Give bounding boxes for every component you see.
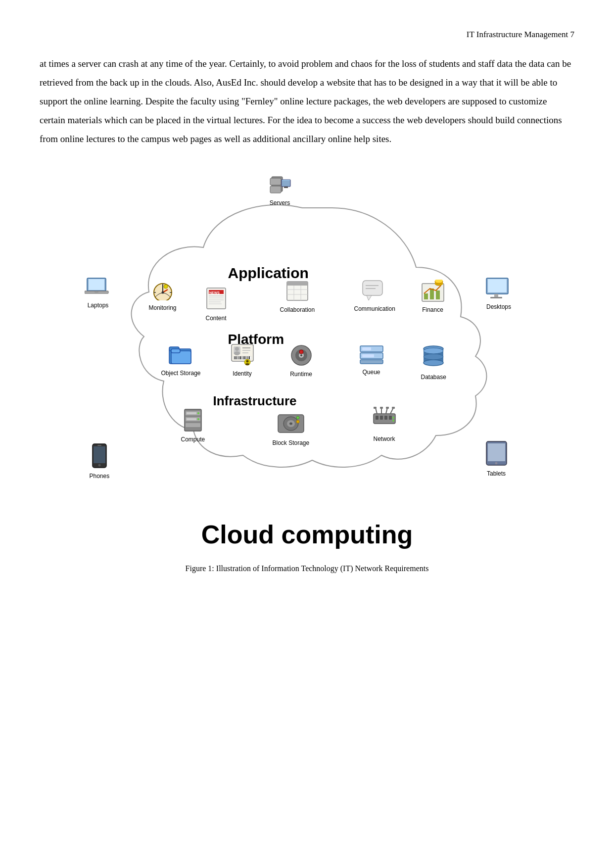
monitoring-label: Monitoring <box>149 304 177 311</box>
svg-rect-13 <box>494 294 498 297</box>
network-label: Network <box>373 435 395 442</box>
laptops-item: Laptops <box>85 277 112 309</box>
content-label: Content <box>206 315 227 322</box>
svg-rect-59 <box>171 349 180 353</box>
identity-label: Identity <box>233 370 252 377</box>
runtime-icon <box>290 344 313 370</box>
identity-item: Identity <box>231 341 254 377</box>
collaboration-label: Collaboration <box>280 306 315 313</box>
svg-rect-18 <box>97 445 101 446</box>
cloud-computing-label: Cloud computing <box>201 520 413 549</box>
network-icon <box>372 406 397 434</box>
svg-rect-91 <box>362 354 374 357</box>
svg-rect-113 <box>380 416 383 420</box>
servers-icon <box>268 176 292 198</box>
figure-caption: Figure 1: Illustration of Information Te… <box>40 564 574 573</box>
compute-item: Compute <box>181 408 205 443</box>
phones-label: Phones <box>90 473 110 480</box>
svg-point-102 <box>197 418 199 420</box>
svg-rect-89 <box>360 360 383 364</box>
desktops-item: Desktops <box>485 277 513 310</box>
svg-point-81 <box>245 363 249 365</box>
body-text: at times a server can crash at any time … <box>40 54 574 148</box>
svg-rect-51 <box>436 290 440 299</box>
svg-rect-112 <box>376 416 378 420</box>
svg-point-101 <box>197 412 199 414</box>
svg-rect-16 <box>94 446 105 463</box>
block-storage-label: Block Storage <box>273 439 310 446</box>
content-item: NEWS Content <box>206 287 227 322</box>
object-storage-icon <box>168 344 194 369</box>
compute-label: Compute <box>181 436 205 443</box>
svg-rect-100 <box>186 423 200 427</box>
runtime-label: Runtime <box>290 371 312 378</box>
body-paragraph: at times a server can crash at any time … <box>40 58 571 144</box>
block-storage-icon <box>277 411 305 438</box>
svg-point-110 <box>296 420 299 423</box>
object-storage-label: Object Storage <box>161 370 201 377</box>
diagram-wrapper: Application Platform Infrastructure <box>40 168 574 549</box>
object-storage-item: Object Storage <box>161 344 201 377</box>
content-icon: NEWS <box>206 287 227 313</box>
svg-point-108 <box>289 423 292 425</box>
svg-point-29 <box>164 285 168 289</box>
svg-rect-90 <box>362 347 371 350</box>
phones-item: Phones <box>90 443 110 480</box>
svg-rect-8 <box>89 279 104 290</box>
svg-point-17 <box>98 464 100 467</box>
application-label: Application <box>228 265 309 282</box>
block-storage-item: Block Storage <box>273 411 310 446</box>
svg-rect-2 <box>270 178 281 185</box>
svg-rect-120 <box>374 407 377 409</box>
svg-rect-3 <box>270 186 281 193</box>
database-icon <box>422 344 445 373</box>
infrastructure-label: Infrastructure <box>213 393 297 409</box>
database-item: Database <box>421 344 446 381</box>
database-label: Database <box>421 374 446 381</box>
svg-point-95 <box>424 354 443 360</box>
svg-point-25 <box>161 291 164 294</box>
network-item: Network <box>372 406 397 442</box>
page-header: IT Infrastructure Management 7 <box>40 30 574 40</box>
svg-rect-122 <box>386 407 389 409</box>
svg-point-96 <box>424 348 443 354</box>
compute-icon <box>182 408 204 435</box>
svg-rect-4 <box>282 180 290 187</box>
svg-rect-49 <box>424 293 428 299</box>
communication-icon <box>362 280 387 304</box>
svg-point-80 <box>246 360 248 363</box>
desktops-label: Desktops <box>486 303 511 310</box>
runtime-item: Runtime <box>290 344 313 378</box>
svg-point-86 <box>299 350 303 354</box>
tablets-icon <box>485 440 508 469</box>
svg-text:NEWS: NEWS <box>209 291 220 294</box>
svg-rect-103 <box>187 412 196 414</box>
svg-rect-114 <box>384 416 387 420</box>
finance-label: Finance <box>422 306 443 313</box>
header-text: IT Infrastructure Management 7 <box>467 30 574 39</box>
svg-point-63 <box>234 351 240 355</box>
svg-rect-121 <box>380 407 383 409</box>
svg-rect-14 <box>490 297 502 298</box>
svg-point-125 <box>392 420 394 422</box>
monitoring-icon <box>151 280 175 303</box>
collaboration-item: Collaboration <box>280 280 315 313</box>
svg-point-10 <box>94 291 98 293</box>
laptops-label: Laptops <box>88 302 109 309</box>
servers-item: Servers <box>268 176 292 206</box>
svg-point-85 <box>300 354 302 356</box>
svg-rect-123 <box>392 407 395 409</box>
laptops-icon <box>85 277 112 301</box>
monitoring-item: Monitoring <box>149 280 177 311</box>
servers-label: Servers <box>270 199 290 206</box>
queue-icon <box>359 344 384 368</box>
svg-point-124 <box>392 417 394 419</box>
svg-point-21 <box>495 462 497 465</box>
svg-rect-20 <box>488 443 505 461</box>
tablets-label: Tablets <box>487 470 506 477</box>
svg-point-62 <box>235 347 239 351</box>
svg-point-109 <box>296 416 299 419</box>
queue-label: Queue <box>362 369 380 376</box>
tablets-item: Tablets <box>485 440 508 477</box>
svg-rect-115 <box>389 416 392 420</box>
